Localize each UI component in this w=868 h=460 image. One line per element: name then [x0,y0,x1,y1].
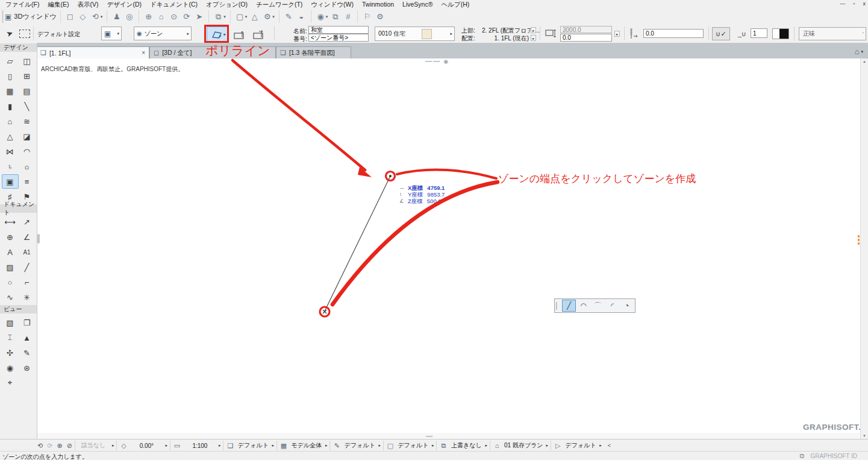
fly-mode-icon[interactable]: ➤ [193,12,205,21]
menu-item[interactable]: ファイル(F) [1,1,43,9]
worksheet-tool[interactable]: ✎ [19,345,36,360]
tab--1-3-各階平面図-[interactable]: ❏[1.3 各階平面図] [276,46,351,58]
figure-tool[interactable]: ▧ [2,315,19,330]
ramp-tool[interactable]: ≡ [19,174,36,189]
structure-display-quick-option[interactable]: ▦モデル全体▸ [276,441,330,450]
hotspot-tool[interactable]: ✳ [19,290,36,304]
camera-icon[interactable]: ⊙ [167,12,180,21]
fill-tool[interactable]: ▨ [2,260,19,274]
horizontal-scrollbar[interactable]: ┅┅ [37,433,860,439]
scale-quick-option[interactable]: ▭1:100▸ [170,441,223,450]
pen-set-quick-option[interactable]: ✎デフォルト▸ [329,441,383,450]
chevron-right-icon[interactable]: ▸ [165,443,167,448]
gravity-icon[interactable]: ⚙ [261,12,273,21]
mesh-tool[interactable]: △ [2,129,19,143]
chevron-right-icon[interactable]: ▸ [485,443,487,448]
menu-item[interactable]: オプション(O) [202,1,252,9]
tool-variation-select[interactable]: ◉ ゾーン ▸ [134,27,192,40]
detail-tool[interactable]: ◉ [2,361,19,375]
3d-window-button[interactable]: ▣ 3Dウィンドウ [2,10,60,23]
polyline-tool[interactable]: ⌐ [19,275,36,289]
menu-item[interactable]: ヘルプ(H) [437,1,473,9]
menu-item[interactable]: 編集(E) [43,1,73,9]
chevron-down-icon[interactable]: ▾ [223,14,226,19]
cutaway-icon[interactable]: ◻ [64,12,76,21]
zoom-next-icon[interactable]: ⟳ [47,442,52,450]
minimize-icon[interactable]: — [840,1,845,7]
dimension-style-quick-option[interactable]: ▢デフォルト▸ [383,441,437,450]
look-to-icon[interactable]: ◎ [123,12,136,21]
snapshot-icon[interactable]: ◉ [314,12,327,21]
zoom-previous-icon[interactable]: ⟲ [37,442,43,450]
label-tool[interactable]: A1 [19,245,36,259]
layer-combination-quick-option[interactable]: ❏デフォルト▸ [223,441,276,450]
zoom-ratio-icon[interactable]: ⊘ [67,442,72,450]
axonometry-icon[interactable]: ◇ [76,12,89,21]
renovation-filter-quick-option[interactable]: ⌂01 既存プラン▸ [490,441,551,450]
rotated-rectangle-geometry-button[interactable] [249,27,267,43]
shell-tool[interactable]: ≋ [19,114,36,128]
spline-tool[interactable]: ∿ [2,290,19,304]
chevron-right-icon[interactable]: ▸ [112,443,114,448]
interior-elevation-tool[interactable]: ✣ [2,345,19,360]
pet-curved-segment[interactable]: ◠ [576,300,590,312]
window-tool[interactable]: ⊞ [19,69,36,83]
menu-item[interactable]: チームワーク(T) [252,1,307,9]
reference-level-field[interactable]: 0.0 [643,29,704,38]
pin-icon[interactable]: ⚐ [361,12,373,21]
dimension-tool[interactable]: ⟷ [2,215,19,229]
graphic-override-quick-option[interactable]: ▷デフォルト▸ [551,441,604,450]
wall-tool[interactable]: ▱ [2,54,19,68]
tab-close-icon[interactable]: × [131,49,145,56]
drawing-tool[interactable]: ❐ [19,315,36,330]
options-icon[interactable]: ⚙ [373,12,386,21]
rotate-view-icon[interactable]: ⟳ [180,12,193,21]
chevron-down-icon[interactable]: ▾ [101,14,103,19]
menu-item[interactable]: ウィンドウ(W) [307,1,358,9]
zone-bottom-offset-field[interactable]: 0.0 [560,34,612,42]
door-tool[interactable]: ▯ [2,69,19,83]
lamp-tool[interactable]: ☼ [19,159,36,174]
marquee-mode-icon[interactable]: ▢ [234,12,246,21]
height-options-button[interactable]: ▸ [614,31,620,37]
roof-tool[interactable]: ⌂ [2,114,19,128]
pen-style-icon[interactable]: _∪ [736,29,748,39]
text-tool[interactable]: A [2,245,19,259]
zoom-fit-icon[interactable]: ⊕ [142,12,155,21]
chevron-down-icon[interactable]: ▾ [245,14,248,19]
beam-tool[interactable]: ╲ [19,99,36,113]
menu-item[interactable]: デザイン(D) [102,1,146,9]
home-view-icon[interactable]: ⌂ [155,12,167,21]
leader-dimension-tool[interactable]: ↗ [19,215,36,229]
chevron-right-icon[interactable]: ▸ [432,443,434,448]
pet-arc-by-center[interactable]: ◔ [620,300,634,312]
magic-wand-icon[interactable]: △ [248,12,261,21]
partial-structure-quick-option[interactable]: ⧉上書きなし▸ [436,441,490,450]
pen-number-field[interactable]: 1 [751,28,767,38]
menu-item[interactable]: 表示(V) [73,1,102,9]
pet-arc-by-point[interactable]: ◜ [605,300,619,312]
explore-walk-icon[interactable]: ♟ [110,12,123,21]
clipboard-icon[interactable]: ⧉ [212,12,225,22]
marquee-tool-icon[interactable] [19,30,30,38]
vertical-scrollbar[interactable]: ▲ ▼ [860,58,868,439]
column-tool[interactable]: ▮ [2,99,19,113]
eye-toggle-icon[interactable]: ◉ [443,58,448,65]
close-icon[interactable]: x [863,1,866,7]
chevron-right-icon[interactable]: ▸ [219,443,221,448]
chevron-right-icon[interactable]: ▸ [378,443,381,448]
slab-tool[interactable]: ◪ [19,129,36,143]
chevron-right-icon[interactable]: ▸ [599,443,602,448]
project-chooser-icon[interactable]: ⌂ [855,47,860,56]
chevron-down-icon[interactable]: ▾ [272,14,275,19]
chevron-right-icon[interactable]: ▸ [546,443,549,448]
windows-icon[interactable]: ⧉ [800,452,805,460]
splitter-handle[interactable] [37,234,40,244]
pen-color-swatch[interactable] [772,28,789,39]
pet-tangent-arc[interactable]: ⌒ [591,300,605,312]
brush-icon[interactable]: ✎ [283,12,295,21]
scroll-down-icon[interactable]: ▼ [861,434,868,438]
stair-tool[interactable]: ♄ [2,159,19,174]
skylight-tool[interactable]: ▤ [19,84,36,98]
elevation-tool[interactable]: ▲ [19,330,36,345]
